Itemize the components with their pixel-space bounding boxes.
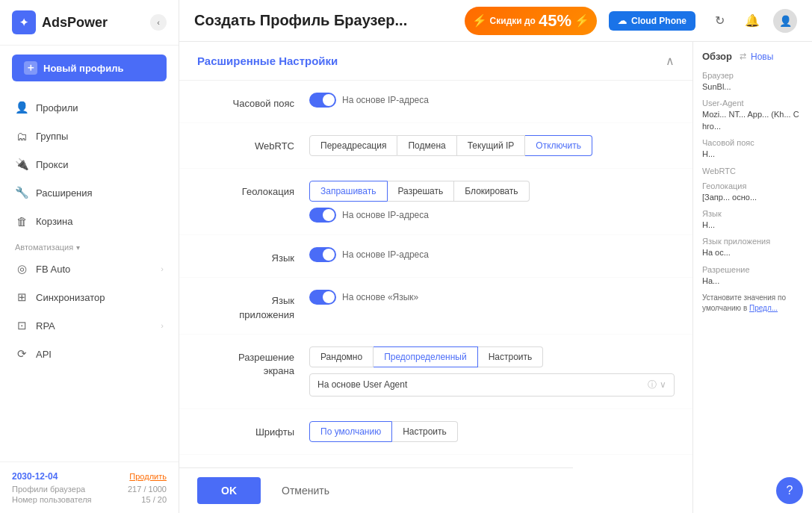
- fonts-button-group: По умолчанию Настроить: [309, 421, 675, 442]
- geo-allow-button[interactable]: Разрешать: [388, 181, 455, 202]
- nav-section: 👤 Профили 🗂 Группы 🔌 Прокси 🔧 Расширения…: [0, 90, 179, 461]
- bell-button[interactable]: 🔔: [740, 9, 764, 33]
- refresh-button[interactable]: ↻: [707, 9, 731, 33]
- select-icons: ⓘ ∨: [648, 379, 666, 391]
- app-language-control: На основе «Язык»: [309, 290, 675, 305]
- sync-icon: ⊞: [15, 290, 28, 304]
- user-avatar[interactable]: 👤: [773, 9, 797, 33]
- geolocation-button-group: Запрашивать Разрешать Блокировать: [309, 181, 675, 202]
- fonts-default-button[interactable]: По умолчанию: [309, 421, 392, 442]
- webrtc-row: WebRTC Переадресация Подмена Текущий IP …: [179, 123, 692, 169]
- overview-title: Обзор: [702, 51, 732, 62]
- resolution-select-text: На основе User Agent: [317, 379, 407, 390]
- sidebar-item-rpa[interactable]: ⊡ RPA ›: [0, 311, 179, 340]
- ok-button[interactable]: OK: [197, 477, 261, 504]
- sidebar-item-proxy[interactable]: 🔌 Прокси: [0, 150, 179, 178]
- sidebar-item-label: Корзина: [36, 216, 73, 227]
- trash-icon: 🗑: [15, 214, 28, 228]
- sidebar-item-profiles[interactable]: 👤 Профили: [0, 93, 179, 122]
- language-label: Язык: [197, 247, 294, 265]
- webrtc-current-ip-button[interactable]: Текущий IP: [457, 135, 526, 156]
- sidebar-item-label: Прокси: [36, 159, 68, 170]
- section-title: Расширенные Настройки: [197, 55, 338, 67]
- fonts-custom-button[interactable]: Настроить: [392, 421, 458, 442]
- language-control: На основе IP-адреса: [309, 247, 675, 262]
- rp-webrtc-label: WebRTC: [702, 167, 803, 175]
- rp-useragent-value: Mozi... NT... App... (Kh... Chro...: [702, 109, 803, 132]
- geo-ask-button[interactable]: Запрашивать: [309, 181, 388, 202]
- footer-renew-link[interactable]: Продлить: [129, 472, 167, 481]
- rp-browser-label: Браузер: [702, 71, 803, 80]
- sidebar-item-fb-auto[interactable]: ◎ FB Auto ›: [0, 255, 179, 283]
- resolution-button-group: Рандомно Предопределенный Настроить: [309, 346, 675, 367]
- sidebar-item-trash[interactable]: 🗑 Корзина: [0, 207, 179, 235]
- sidebar-item-extensions[interactable]: 🔧 Расширения: [0, 178, 179, 207]
- rp-browser-value: SunBl...: [702, 81, 803, 93]
- resolution-label: Разрешениеэкрана: [197, 346, 294, 378]
- lightning-icon2: ⚡: [574, 13, 589, 28]
- rp-note: Установите значения по умолчанию в Предл…: [702, 293, 803, 314]
- footer-profile-stats: Профили браузера 217 / 1000: [12, 485, 167, 494]
- app-language-toggle-knob: [323, 291, 335, 303]
- rp-resolution-row: Разрешение На...: [702, 265, 803, 287]
- language-toggle-label: На основе IP-адреса: [342, 249, 429, 260]
- resolution-predefined-button[interactable]: Предопределенный: [374, 346, 478, 367]
- webrtc-control: Переадресация Подмена Текущий IP Отключи…: [309, 135, 675, 156]
- rp-geolocation-value: [Запр... осно...: [702, 192, 803, 203]
- app-language-label: Языкприложения: [197, 290, 294, 321]
- proxy-icon: 🔌: [15, 158, 28, 171]
- timezone-toggle[interactable]: [309, 93, 336, 108]
- fonts-label: Шрифты: [197, 421, 294, 439]
- page-title: Создать Профиль Браузер...: [194, 12, 453, 29]
- sidebar-collapse-button[interactable]: ‹: [150, 14, 167, 31]
- fb-auto-icon: ◎: [15, 262, 28, 276]
- sidebar-item-api[interactable]: ⟳ API: [0, 340, 179, 368]
- webrtc-replace-button[interactable]: Подмена: [397, 135, 456, 156]
- resolution-custom-button[interactable]: Настроить: [478, 346, 544, 367]
- groups-icon: 🗂: [15, 129, 28, 143]
- geolocation-toggle-label: На основе IP-адреса: [342, 210, 429, 220]
- rp-timezone-row: Часовой пояс Н...: [702, 138, 803, 160]
- language-toggle[interactable]: [309, 247, 336, 262]
- right-panel: Обзор ⇄ Новы Браузер SunBl... User-Agent…: [692, 42, 812, 513]
- form-footer: OK Отменить: [179, 467, 573, 513]
- timezone-control: На основе IP-адреса: [309, 93, 675, 108]
- resolution-row: Разрешениеэкрана Рандомно Предопределенн…: [179, 335, 692, 409]
- help-button[interactable]: ?: [776, 477, 803, 504]
- timezone-toggle-knob: [323, 94, 335, 106]
- webrtc-disable-button[interactable]: Отключить: [525, 135, 592, 156]
- rp-note-link[interactable]: Предл...: [749, 304, 778, 312]
- geo-block-button[interactable]: Блокировать: [454, 181, 529, 202]
- footer-date: 2030-12-04: [12, 471, 58, 482]
- sidebar: ✦ AdsPower ‹ ＋ Новый профиль 👤 Профили 🗂…: [0, 0, 179, 513]
- info-icon: ⓘ: [648, 379, 657, 391]
- cloud-phone-button[interactable]: ☁ Cloud Phone: [609, 11, 695, 31]
- new-profile-button[interactable]: ＋ Новый профиль: [12, 55, 167, 81]
- sidebar-footer: 2030-12-04 Продлить Профили браузера 217…: [0, 461, 179, 513]
- webrtc-redirect-button[interactable]: Переадресация: [309, 135, 397, 156]
- app-language-toggle-row: На основе «Язык»: [309, 290, 675, 305]
- cancel-button[interactable]: Отменить: [270, 477, 341, 504]
- fonts-row: Шрифты По умолчанию Настроить: [179, 409, 692, 455]
- fonts-control: По умолчанию Настроить: [309, 421, 675, 442]
- top-header: Создать Профиль Браузер... ⚡ Скидки до 4…: [179, 0, 812, 42]
- section-collapse-icon[interactable]: ∧: [666, 54, 675, 68]
- promo-text: Скидки до: [490, 16, 536, 26]
- cloud-phone-icon: ☁: [618, 16, 627, 26]
- automation-header: Автоматизация ▾: [0, 235, 179, 255]
- webrtc-label: WebRTC: [197, 135, 294, 153]
- form-panel: Расширенные Настройки ∧ Часовой пояс На …: [179, 42, 692, 513]
- rp-resolution-label: Разрешение: [702, 265, 803, 274]
- sync-icon2: ⇄: [740, 52, 746, 61]
- resolution-select[interactable]: На основе User Agent ⓘ ∨: [309, 373, 675, 397]
- sidebar-item-sync[interactable]: ⊞ Синхронизатор: [0, 283, 179, 311]
- overview-new-label[interactable]: Новы: [751, 52, 773, 62]
- resolution-random-button[interactable]: Рандомно: [309, 346, 374, 367]
- geolocation-toggle[interactable]: [309, 208, 336, 223]
- sidebar-item-groups[interactable]: 🗂 Группы: [0, 122, 179, 150]
- geolocation-label: Геолокация: [197, 181, 294, 199]
- timezone-toggle-label: На основе IP-адреса: [342, 95, 429, 105]
- app-language-toggle[interactable]: [309, 290, 336, 305]
- extensions-icon: 🔧: [15, 186, 28, 199]
- rp-useragent-row: User-Agent Mozi... NT... App... (Kh... C…: [702, 99, 803, 132]
